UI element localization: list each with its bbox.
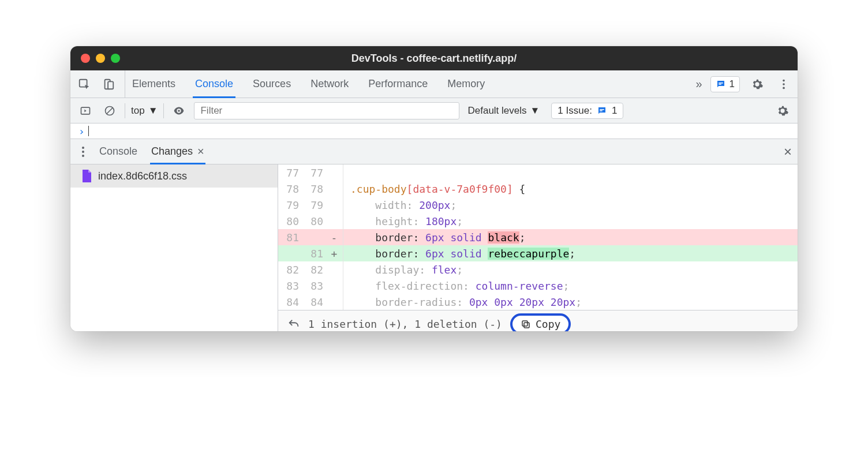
- drawer-tab-changes[interactable]: Changes×: [150, 139, 205, 164]
- dropdown-triangle-icon: ▼: [148, 105, 158, 117]
- issues-count: 1: [612, 105, 617, 117]
- titlebar: DevTools - coffee-cart.netlify.app/: [70, 46, 798, 70]
- undo-icon[interactable]: [287, 318, 300, 331]
- diff-line: 81- border: 6px solid black;: [278, 229, 798, 245]
- close-window-button[interactable]: [81, 54, 90, 63]
- main-tabbar: ElementsConsoleSourcesNetworkPerformance…: [70, 70, 798, 98]
- filter-input[interactable]: [194, 102, 459, 119]
- live-expression-icon[interactable]: [170, 102, 188, 120]
- diff-line: 8383 flex-direction: column-reverse;: [278, 278, 798, 294]
- copy-icon: [521, 319, 531, 330]
- context-label: top: [131, 105, 145, 117]
- diff-line: 8080 height: 180px;: [278, 213, 798, 229]
- diff-view[interactable]: 77777878.cup-body[data-v-7a0f9f00] {7979…: [278, 164, 798, 331]
- drawer-tab-console[interactable]: Console: [98, 139, 139, 164]
- svg-line-10: [107, 108, 113, 114]
- devtools-window: DevTools - coffee-cart.netlify.app/ Elem…: [70, 46, 798, 331]
- console-prompt[interactable]: ›: [70, 124, 798, 139]
- context-selector[interactable]: top ▼: [131, 105, 158, 117]
- diff-line: 7878.cup-body[data-v-7a0f9f00] {: [278, 181, 798, 197]
- text-cursor: [88, 126, 89, 136]
- diff-line: 81+ border: 6px solid rebeccapurple;: [278, 245, 798, 261]
- diff-summary: 1 insertion (+), 1 deletion (-): [308, 318, 502, 330]
- svg-rect-2: [108, 81, 113, 89]
- copy-label: Copy: [536, 318, 560, 330]
- more-tabs-icon[interactable]: »: [695, 77, 702, 91]
- issues-button[interactable]: 1 Issue: 1: [551, 103, 623, 119]
- clear-console-icon[interactable]: [100, 102, 119, 120]
- svg-rect-4: [719, 84, 721, 85]
- issue-icon: [716, 79, 726, 89]
- diff-footer: 1 insertion (+), 1 deletion (-) Copy: [278, 310, 798, 331]
- console-toolbar: top ▼ Default levels ▼ 1 Issue: 1: [70, 98, 798, 124]
- issues-count: 1: [729, 78, 735, 90]
- minimize-window-button[interactable]: [96, 54, 105, 63]
- changed-file-item[interactable]: index.8d6c6f18.css: [70, 164, 278, 188]
- toggle-sidebar-icon[interactable]: [76, 102, 95, 120]
- drawer-tabbar: ConsoleChanges× ×: [70, 139, 798, 164]
- copy-button[interactable]: Copy: [510, 313, 571, 331]
- svg-rect-3: [719, 83, 723, 84]
- device-toolbar-icon[interactable]: [99, 75, 118, 93]
- issue-icon: [597, 106, 607, 116]
- changed-files-list: index.8d6c6f18.css: [70, 164, 278, 331]
- dropdown-triangle-icon: ▼: [530, 105, 540, 117]
- inspect-element-icon[interactable]: [75, 75, 93, 93]
- tab-performance[interactable]: Performance: [366, 70, 430, 98]
- console-settings-icon[interactable]: [773, 102, 792, 120]
- issues-badge[interactable]: 1: [710, 76, 740, 92]
- svg-point-5: [783, 79, 785, 81]
- svg-point-6: [783, 83, 785, 85]
- svg-rect-14: [524, 323, 529, 328]
- svg-point-11: [178, 110, 181, 112]
- prompt-caret-icon: ›: [78, 125, 85, 137]
- svg-rect-15: [522, 321, 527, 326]
- drawer-close-icon[interactable]: ×: [784, 144, 792, 160]
- settings-icon[interactable]: [748, 75, 766, 93]
- file-icon: [81, 169, 92, 183]
- file-name: index.8d6c6f18.css: [98, 170, 187, 182]
- changes-panel: index.8d6c6f18.css 77777878.cup-body[dat…: [70, 164, 798, 331]
- tab-memory[interactable]: Memory: [445, 70, 487, 98]
- svg-point-7: [783, 87, 785, 89]
- zoom-window-button[interactable]: [111, 54, 120, 63]
- svg-rect-12: [600, 109, 604, 110]
- kebab-menu-icon[interactable]: [775, 75, 793, 93]
- tab-elements[interactable]: Elements: [130, 70, 178, 98]
- issues-label: 1 Issue:: [558, 105, 592, 117]
- drawer-more-icon[interactable]: [76, 147, 90, 157]
- tab-console[interactable]: Console: [193, 70, 235, 98]
- diff-line: 7979 width: 200px;: [278, 197, 798, 213]
- diff-line: 8282 display: flex;: [278, 261, 798, 278]
- traffic-lights: [81, 54, 120, 63]
- svg-rect-13: [600, 110, 603, 111]
- diff-line: 8484 border-radius: 0px 0px 20px 20px;: [278, 294, 798, 310]
- window-title: DevTools - coffee-cart.netlify.app/: [351, 53, 517, 65]
- tab-sources[interactable]: Sources: [250, 70, 293, 98]
- log-levels-selector[interactable]: Default levels ▼: [467, 105, 540, 117]
- close-tab-icon[interactable]: ×: [197, 145, 204, 158]
- diff-line: 7777: [278, 164, 798, 181]
- levels-label: Default levels: [467, 105, 526, 117]
- tab-network[interactable]: Network: [308, 70, 351, 98]
